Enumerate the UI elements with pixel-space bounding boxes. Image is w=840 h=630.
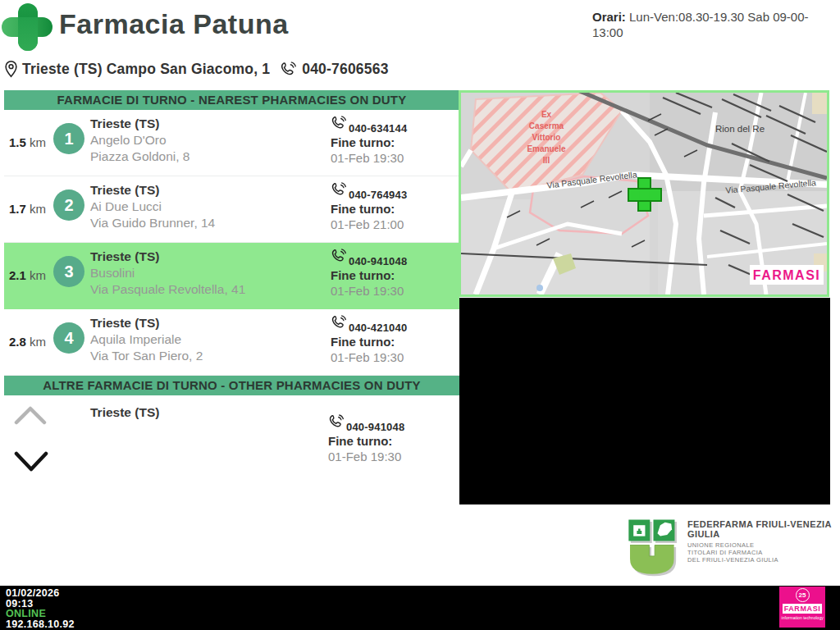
- phone-icon: [331, 181, 347, 198]
- fine-turno-value: 01-Feb 21:00: [331, 217, 458, 231]
- status-date: 01/02/2026: [6, 588, 75, 599]
- opening-hours-label: Orari:: [592, 10, 626, 24]
- rank-badge: 4: [53, 322, 84, 354]
- distance: 1.5 km: [9, 135, 46, 149]
- pharmacy-city: Trieste (TS): [90, 315, 203, 331]
- map-district-label: Rion del Re: [715, 124, 765, 134]
- fine-turno-value: 01-Feb 19:30: [331, 350, 458, 364]
- pharmacy-map[interactable]: Ex Caserma Vittorio Emanuele III Rion de…: [459, 90, 829, 297]
- pharmacy-city: Trieste (TS): [90, 405, 159, 420]
- pharmacy-row-1[interactable]: 1.5 km 1 Trieste (TS) Angelo D'Oro Piazz…: [4, 110, 459, 176]
- federfarma-logo-icon: [626, 511, 681, 583]
- phone-icon: [331, 248, 347, 264]
- farmasi-25-badge: 25: [796, 588, 810, 602]
- duty-pharmacies-panel: FARMACIE DI TURNO - NEAREST PHARMACIES O…: [4, 90, 459, 477]
- pharmacy-cross-logo-icon: [2, 3, 52, 51]
- rank-badge: 1: [53, 123, 84, 154]
- pharmacy-phone: 040-421040: [349, 322, 407, 334]
- status-bar: 01/02/2026 09:13 ONLINE 192.168.10.92 25…: [0, 586, 840, 630]
- pharmacy-street: Via Guido Brunner, 14: [90, 215, 215, 231]
- pharmacy-address: Trieste (TS) Campo San Giacomo, 1: [22, 61, 270, 78]
- pharmacy-name: Aquila Imperiale: [90, 331, 203, 348]
- pharmacy-name: Busolini: [90, 265, 245, 281]
- pharmacy-city: Trieste (TS): [90, 182, 215, 199]
- distance: 2.8 km: [9, 335, 46, 349]
- map-area-label: Vittorio: [532, 133, 561, 142]
- other-list-header: ALTRE FARMACIE DI TURNO - OTHER PHARMACI…: [4, 376, 459, 395]
- status-online: ONLINE: [6, 609, 75, 619]
- pharmacy-street: Via Tor San Piero, 2: [90, 348, 203, 364]
- federfarma-line3: DEL FRIULI-VENEZIA GIULIA: [687, 556, 838, 564]
- rank-badge: 2: [53, 189, 84, 221]
- pharmacy-row-2[interactable]: 1.7 km 2 Trieste (TS) Ai Due Lucci Via G…: [4, 176, 459, 243]
- pharmacy-phone: 040-634144: [349, 122, 407, 135]
- fine-turno-value: 01-Feb 19:30: [328, 450, 455, 463]
- duty-list-header: FARMACIE DI TURNO - NEAREST PHARMACIES O…: [4, 90, 459, 110]
- page-title: Farmacia Patuna: [59, 8, 289, 40]
- pharmacy-phone: 040-941048: [346, 421, 404, 433]
- pharmacy-name: Angelo D'Oro: [90, 132, 190, 148]
- phone-icon: [331, 115, 347, 131]
- scroll-down-icon[interactable]: [14, 451, 48, 472]
- phone-icon: [280, 61, 297, 78]
- map-watermark: FARMASI: [753, 268, 821, 282]
- fine-turno-value: 01-Feb 19:30: [331, 284, 458, 298]
- location-pin-icon: [4, 60, 18, 78]
- fine-turno-value: 01-Feb 19:30: [331, 151, 458, 165]
- map-area-label: Emanuele: [527, 144, 566, 153]
- phone-icon: [331, 314, 347, 331]
- status-ip: 192.168.10.92: [6, 619, 75, 630]
- pharmacy-name: Ai Due Lucci: [90, 199, 215, 215]
- distance: 2.1 km: [9, 268, 46, 282]
- federfarma-title: FEDERFARMA FRIULI-VENEZIA GIULIA: [687, 519, 838, 539]
- pharmacy-row-4[interactable]: 2.8 km 4 Trieste (TS) Aquila Imperiale V…: [4, 309, 459, 376]
- fine-turno-label: Fine turno:: [331, 202, 458, 216]
- pharmacy-city: Trieste (TS): [90, 249, 245, 265]
- pharmacy-street: Piazza Goldoni, 8: [90, 148, 190, 165]
- pharmacy-street: Via Pasquale Revoltella, 41: [90, 281, 245, 298]
- fine-turno-label: Fine turno:: [331, 135, 458, 149]
- fine-turno-label: Fine turno:: [331, 335, 458, 349]
- farmasi-logo: 25 FARMASI information technology: [779, 587, 825, 628]
- fine-turno-label: Fine turno:: [331, 268, 458, 282]
- map-area-label: III: [543, 156, 550, 165]
- kiosk-screen: Farmacia Patuna Orari: Lun-Ven:08.30-19.…: [0, 0, 840, 630]
- map-area-label: Caserma: [529, 121, 564, 130]
- scroll-up-icon[interactable]: [14, 405, 47, 425]
- opening-hours: Orari: Lun-Ven:08.30-19.30 Sab 09-00-13:…: [592, 9, 837, 40]
- pharmacy-phone: 040-764943: [349, 189, 407, 201]
- federfarma-line2: TITOLARI DI FARMACIA: [687, 549, 838, 556]
- pharmacy-phone: 040-941048: [349, 255, 407, 267]
- pharmacy-row-3-selected[interactable]: 2.1 km 3 Trieste (TS) Busolini Via Pasqu…: [4, 243, 459, 309]
- farmasi-name: FARMASI: [783, 604, 822, 614]
- media-video-area: [459, 298, 830, 504]
- pharmacy-phone: 040-7606563: [302, 61, 388, 78]
- farmasi-tagline: information technology: [781, 615, 823, 619]
- pharmacy-address-line: Trieste (TS) Campo San Giacomo, 1 040-76…: [4, 59, 389, 79]
- pharmacy-city: Trieste (TS): [90, 116, 190, 132]
- federfarma-line1: UNIONE REGIONALE: [687, 541, 838, 549]
- rank-badge: 3: [53, 256, 84, 287]
- map-area-label: Ex: [541, 110, 552, 119]
- distance: 1.7 km: [9, 202, 46, 216]
- phone-icon: [328, 413, 345, 430]
- other-pharmacy-row[interactable]: Trieste (TS) 040-941048 Fine turno: 01-F…: [4, 395, 459, 477]
- fine-turno-label: Fine turno:: [328, 434, 455, 448]
- federfarma-logo-block: FEDERFARMA FRIULI-VENEZIA GIULIA UNIONE …: [626, 511, 838, 583]
